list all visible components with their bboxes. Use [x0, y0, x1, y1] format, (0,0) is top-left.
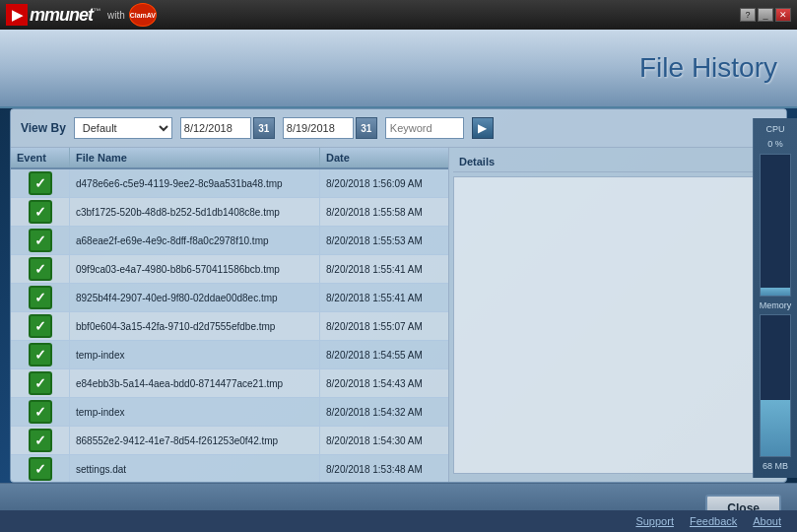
table-row[interactable]: ✓settings.dat8/20/2018 1:53:48 AM [11, 455, 448, 482]
cell-filename: settings.dat [70, 455, 320, 482]
cell-event: ✓ [11, 398, 70, 426]
cell-filename: 8925b4f4-2907-40ed-9f80-02ddae00d8ec.tmp [70, 284, 320, 311]
close-window-button[interactable]: ✕ [775, 8, 791, 22]
date-to-input[interactable] [283, 117, 354, 139]
logo-square: ▶ [6, 4, 28, 26]
cell-filename: temp-index [70, 398, 320, 426]
toolbar: View By Default 31 31 ▶ [11, 109, 786, 148]
search-button[interactable]: ▶ [472, 117, 494, 139]
table-row[interactable]: ✓c3bf1725-520b-48d8-b252-5d1db1408c8e.tm… [11, 198, 448, 227]
page-title: File History [639, 52, 777, 84]
col-filename: File Name [70, 148, 320, 167]
header-area: File History [0, 30, 797, 108]
help-button[interactable]: ? [740, 8, 756, 22]
cell-date: 8/20/2018 1:55:07 AM [320, 312, 448, 340]
main-content: View By Default 31 31 ▶ Event File Name … [10, 108, 787, 483]
cell-filename: e84ebb3b-5a14-4aea-bdd0-8714477ace21.tmp [70, 369, 320, 397]
details-content [453, 176, 782, 474]
date-from-field: 31 [180, 117, 275, 139]
footer-links: Support Feedback About [0, 510, 797, 532]
table-row[interactable]: ✓temp-index8/20/2018 1:54:55 AM [11, 341, 448, 369]
minimize-button[interactable]: _ [758, 8, 773, 22]
cell-event: ✓ [11, 255, 70, 283]
col-date: Date [320, 148, 448, 167]
cell-event: ✓ [11, 169, 70, 197]
cell-date: 8/20/2018 1:54:32 AM [320, 398, 448, 426]
cell-event: ✓ [11, 369, 70, 397]
cell-filename: temp-index [70, 341, 320, 368]
memory-value: 68 MB [763, 461, 788, 472]
details-header: Details [453, 152, 782, 172]
check-icon: ✓ [29, 343, 52, 366]
cell-date: 8/20/2018 1:55:41 AM [320, 255, 448, 283]
cpu-bar-container [760, 154, 791, 297]
memory-label: Memory [760, 300, 792, 311]
title-bar: ▶ mmunet™ with ClamAV ? _ ✕ [0, 0, 797, 30]
cell-filename: c3bf1725-520b-48d8-b252-5d1db1408c8e.tmp [70, 198, 320, 226]
table-container: Event File Name Date ✓d478e6e6-c5e9-4119… [11, 148, 786, 482]
with-label: with [107, 10, 125, 21]
check-icon: ✓ [29, 371, 52, 395]
cell-date: 8/20/2018 1:53:48 AM [320, 455, 448, 482]
cell-event: ✓ [11, 455, 70, 482]
table-row[interactable]: ✓temp-index8/20/2018 1:54:32 AM [11, 398, 448, 427]
performance-panel: CPU 0 % Memory 68 MB [753, 118, 797, 478]
cell-event: ✓ [11, 312, 70, 340]
table-body[interactable]: ✓d478e6e6-c5e9-4119-9ee2-8c9aa531ba48.tm… [11, 169, 448, 482]
feedback-link[interactable]: Feedback [690, 515, 737, 527]
check-icon: ✓ [29, 457, 52, 481]
cpu-bar-fill [761, 288, 790, 295]
table-row[interactable]: ✓8925b4f4-2907-40ed-9f80-02ddae00d8ec.tm… [11, 284, 448, 312]
check-icon: ✓ [29, 314, 52, 338]
cell-date: 8/20/2018 1:54:55 AM [320, 341, 448, 368]
table-row[interactable]: ✓e84ebb3b-5a14-4aea-bdd0-8714477ace21.tm… [11, 369, 448, 398]
cell-event: ✓ [11, 284, 70, 311]
cpu-value: 0 % [767, 139, 783, 150]
check-icon: ✓ [29, 286, 52, 309]
col-event: Event [11, 148, 70, 167]
check-icon: ✓ [29, 171, 52, 195]
cell-filename: bbf0e604-3a15-42fa-9710-d2d7555efdbe.tmp [70, 312, 320, 340]
memory-bar-fill [761, 400, 790, 456]
cal-btn-2[interactable]: 31 [356, 117, 377, 139]
cell-date: 8/20/2018 1:55:41 AM [320, 284, 448, 311]
view-by-label: View By [21, 121, 66, 135]
table-row[interactable]: ✓bbf0e604-3a15-42fa-9710-d2d7555efdbe.tm… [11, 312, 448, 341]
date-to-field: 31 [283, 117, 377, 139]
immunet-logo: ▶ mmunet™ [6, 4, 100, 26]
cpu-label: CPU [765, 124, 784, 135]
file-table: Event File Name Date ✓d478e6e6-c5e9-4119… [11, 148, 449, 482]
cell-event: ✓ [11, 427, 70, 454]
details-panel: Details [449, 148, 786, 482]
logo-text: mmunet™ [30, 5, 100, 26]
check-icon: ✓ [29, 400, 52, 424]
cell-event: ✓ [11, 198, 70, 226]
view-dropdown[interactable]: Default [74, 117, 172, 139]
support-link[interactable]: Support [635, 515, 674, 527]
cell-filename: d478e6e6-c5e9-4119-9ee2-8c9aa531ba48.tmp [70, 169, 320, 197]
date-from-input[interactable] [180, 117, 251, 139]
cell-filename: a68eae2f-e69e-4e9c-8dff-f8a0c2978f10.tmp [70, 227, 320, 254]
cal-btn-1[interactable]: 31 [253, 117, 275, 139]
table-header: Event File Name Date [11, 148, 448, 169]
cell-filename: 868552e2-9412-41e7-8d54-f261253e0f42.tmp [70, 427, 320, 454]
cell-filename: 09f9ca03-e4a7-4980-b8b6-570411586bcb.tmp [70, 255, 320, 283]
cell-event: ✓ [11, 227, 70, 254]
check-icon: ✓ [29, 257, 52, 281]
table-row[interactable]: ✓a68eae2f-e69e-4e9c-8dff-f8a0c2978f10.tm… [11, 227, 448, 255]
check-icon: ✓ [29, 229, 52, 252]
clamav-logo: ClamAV [129, 3, 157, 27]
table-row[interactable]: ✓09f9ca03-e4a7-4980-b8b6-570411586bcb.tm… [11, 255, 448, 284]
cell-date: 8/20/2018 1:56:09 AM [320, 169, 448, 197]
keyword-input[interactable] [385, 117, 464, 139]
table-row[interactable]: ✓868552e2-9412-41e7-8d54-f261253e0f42.tm… [11, 427, 448, 455]
cell-date: 8/20/2018 1:54:43 AM [320, 369, 448, 397]
check-icon: ✓ [29, 200, 52, 224]
check-icon: ✓ [29, 429, 52, 452]
cell-date: 8/20/2018 1:55:53 AM [320, 227, 448, 254]
logo-letter: ▶ [12, 7, 23, 23]
window-controls[interactable]: ? _ ✕ [740, 8, 791, 22]
memory-bar-container [760, 314, 791, 457]
table-row[interactable]: ✓d478e6e6-c5e9-4119-9ee2-8c9aa531ba48.tm… [11, 169, 448, 198]
about-link[interactable]: About [753, 515, 781, 527]
